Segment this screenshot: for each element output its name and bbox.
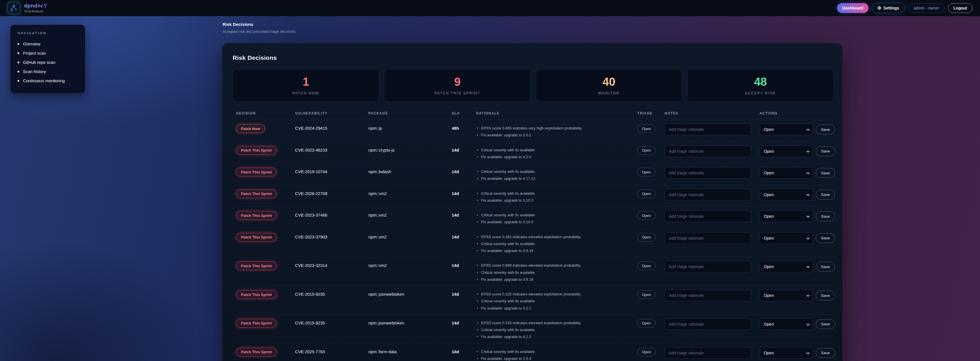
page-title: Risk Decisions (223, 22, 296, 27)
save-button[interactable]: Save (816, 291, 835, 300)
triage-status-badge: Open (637, 233, 655, 242)
status-select[interactable]: Open (759, 211, 813, 222)
rationale-item: Fix available: upgrade to 4.2.0 (476, 155, 637, 159)
status-select[interactable]: Open (759, 189, 813, 200)
rationale-item: Fix available: upgrade to 3.9.18 (476, 277, 637, 282)
save-button[interactable]: Save (816, 168, 835, 178)
save-button[interactable]: Save (816, 146, 835, 156)
triage-rationale-input[interactable] (665, 189, 751, 200)
vulnerability-id: CVE-2015-9235 (295, 318, 368, 325)
save-button[interactable]: Save (816, 212, 835, 221)
decision-cell: Patch This Sprint (236, 189, 295, 198)
actions-cell: Open Save (759, 146, 835, 157)
save-button[interactable]: Save (816, 233, 835, 243)
status-select-wrap: Open (759, 347, 813, 359)
vulnerability-id: CVE-2015-9235 (295, 289, 368, 297)
status-select[interactable]: Open (759, 232, 813, 244)
status-select-wrap: Open (759, 146, 813, 157)
decision-cell: Patch This Sprint (236, 261, 295, 270)
actions-cell: Open Save (759, 261, 835, 272)
summary-card-value: 48 (754, 76, 767, 87)
sidebar-item-project-scan[interactable]: Project scan (18, 49, 78, 58)
rationale-list: EPSS score 0.392 indicates elevated expl… (476, 232, 637, 253)
page-heading: Risk Decisions Accepted risk and persist… (223, 22, 296, 33)
triage-rationale-input[interactable] (665, 211, 751, 222)
settings-label: Settings (883, 6, 899, 10)
summary-card-label: PATCH THIS SPRINT (434, 91, 480, 95)
package-name: npm::vm2 (368, 232, 452, 239)
rationale-list: EPSS score 0.325 indicates elevated expl… (476, 318, 637, 339)
summary-card: 1 PATCH NOW (232, 69, 379, 102)
decision-badge: Patch This Sprint (236, 189, 277, 198)
table-row: Patch This Sprint CVE-2023-46233 npm::cr… (232, 142, 834, 164)
status-select[interactable]: Open (759, 318, 813, 330)
status-select[interactable]: Open (759, 261, 813, 272)
navigation-sidebar: NAVIGATION OverviewProject scanGitHub re… (10, 25, 85, 93)
triage-cell: Open (637, 167, 665, 177)
status-select[interactable]: Open (759, 146, 813, 157)
save-button[interactable]: Save (816, 319, 835, 329)
triage-cell: Open (637, 124, 665, 133)
sidebar-item-overview[interactable]: Overview (18, 40, 78, 49)
vulnerability-id: CVE-2023-46233 (295, 146, 368, 153)
triage-rationale-input[interactable] (665, 124, 751, 135)
actions-cell: Open Save (759, 124, 835, 135)
rationale-list: EPSS score 0.699 indicates elevated expl… (476, 261, 637, 282)
table-row: Patch This Sprint CVE-2019-10744 npm::lo… (232, 163, 834, 185)
sidebar-item-scan-history[interactable]: Scan history (18, 67, 78, 76)
sidebar-item-label: Continuous monitoring (23, 78, 65, 83)
triage-rationale-input[interactable] (665, 318, 751, 330)
save-button[interactable]: Save (816, 190, 835, 200)
logout-button[interactable]: Logout (948, 3, 972, 13)
rationale-item: Critical severity with fix available (476, 148, 637, 153)
panel-title: Risk Decisions (232, 54, 834, 61)
table-row: Patch This Sprint CVE-2025-7783 npm::for… (232, 343, 834, 361)
sidebar-item-github-repo-scan[interactable]: GitHub repo scan (18, 58, 78, 67)
status-select-wrap: Open (759, 261, 813, 272)
summary-card-label: PATCH NOW (292, 91, 319, 95)
rationale-item: Critical severity with fix available (476, 328, 637, 332)
triage-status-badge: Open (637, 211, 655, 220)
triage-rationale-input[interactable] (665, 347, 751, 359)
actions-cell: Open Save (759, 347, 835, 359)
navigation-list: OverviewProject scanGitHub repo scanScan… (18, 40, 78, 86)
user-role-badge: admin - owner (908, 3, 945, 13)
summary-card-value: 40 (603, 76, 616, 87)
vulnerability-id: CVE-2024-29415 (295, 124, 368, 130)
table-row: Patch This Sprint CVE-2015-9235 npm::jso… (232, 286, 834, 314)
status-select[interactable]: Open (759, 289, 813, 301)
triage-status-badge: Open (637, 348, 655, 356)
bullet-icon (18, 62, 19, 63)
dashboard-button[interactable]: Dashboard (837, 3, 869, 13)
vulnerability-id: CVE-2023-37903 (295, 232, 368, 239)
triage-rationale-input[interactable] (665, 261, 751, 272)
vulnerability-id: CVE-2023-37466 (295, 211, 368, 218)
decision-badge: Patch This Sprint (236, 233, 277, 242)
notes-cell (665, 318, 759, 330)
bullet-icon (18, 71, 19, 73)
rationale-item: Fix available: upgrade to 4.2.2 (476, 306, 637, 311)
status-select[interactable]: Open (759, 124, 813, 135)
column-header: DECISION (236, 111, 295, 115)
save-button[interactable]: Save (816, 262, 835, 272)
rationale-item: EPSS score 0.325 indicates elevated expl… (476, 292, 637, 297)
settings-button[interactable]: ⚙Settings (872, 3, 905, 13)
notes-cell (665, 347, 759, 359)
table-row: Patch This Sprint CVE-2023-37466 npm::vm… (232, 207, 834, 228)
rationale-list: Critical severity with fix availableFix … (476, 167, 637, 181)
triage-rationale-input[interactable] (665, 167, 751, 179)
save-button[interactable]: Save (816, 348, 835, 358)
sidebar-item-continuous-monitoring[interactable]: Continuous monitoring (18, 76, 78, 86)
vulnerability-id: CVE-2025-7783 (295, 347, 368, 354)
triage-rationale-input[interactable] (665, 146, 751, 157)
status-select[interactable]: Open (759, 347, 813, 359)
decision-cell: Patch This Sprint (236, 167, 295, 177)
rationale-list: EPSS score 0.325 indicates elevated expl… (476, 289, 637, 311)
decision-badge: Patch Now (236, 124, 265, 133)
triage-rationale-input[interactable] (665, 289, 751, 301)
table-row: Patch Now CVE-2024-29415 npm::ip 48h EPS… (232, 120, 834, 142)
status-select[interactable]: Open (759, 167, 813, 179)
triage-rationale-input[interactable] (665, 232, 751, 244)
save-button[interactable]: Save (816, 124, 835, 134)
summary-card-value: 9 (454, 76, 460, 87)
